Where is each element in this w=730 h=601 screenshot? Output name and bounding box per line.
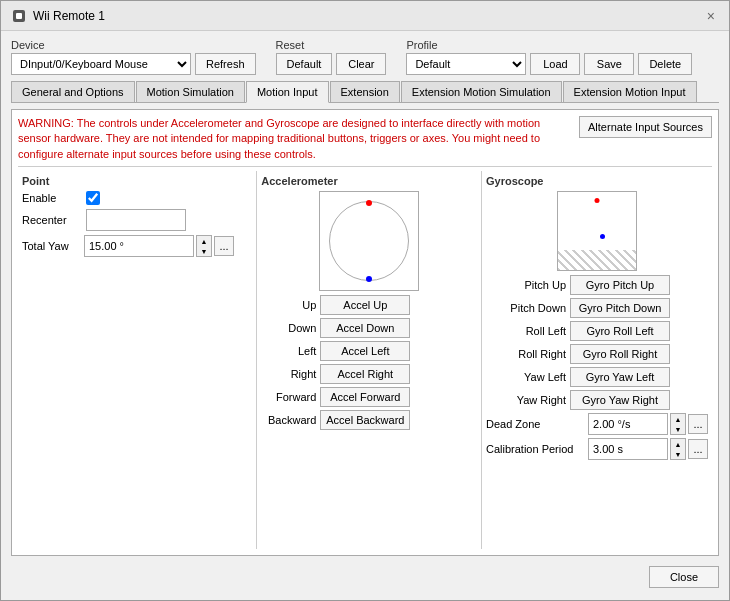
tab-ext-motion-sim[interactable]: Extension Motion Simulation [401, 81, 562, 102]
gyro-dot-blue [600, 234, 605, 239]
accel-dot-blue [366, 276, 372, 282]
gyro-yaw-left-button[interactable]: Gyro Yaw Left [570, 367, 670, 387]
gyro-label-yaw-right: Yaw Right [486, 394, 566, 406]
dead-zone-ellipsis[interactable]: ... [688, 414, 708, 434]
gyro-roll-right-button[interactable]: Gyro Roll Right [570, 344, 670, 364]
accel-backward-button[interactable]: Accel Backward [320, 410, 410, 430]
total-yaw-spinner: ▲ ▼ [196, 235, 212, 257]
recenter-row: Recenter [22, 209, 252, 231]
gyro-label-yaw-left: Yaw Left [486, 371, 566, 383]
calibration-up[interactable]: ▲ [671, 439, 685, 449]
accel-row-right: Right Accel Right [261, 364, 477, 384]
gyro-row-yaw-right: Yaw Right Gyro Yaw Right [486, 390, 708, 410]
accel-row-forward: Forward Accel Forward [261, 387, 477, 407]
tab-ext-motion-input[interactable]: Extension Motion Input [563, 81, 697, 102]
gyro-title: Gyroscope [486, 175, 708, 187]
refresh-button[interactable]: Refresh [195, 53, 256, 75]
warning-text: WARNING: The controls under Acceleromete… [18, 116, 569, 162]
calibration-ellipsis[interactable]: ... [688, 439, 708, 459]
accel-label-up: Up [261, 299, 316, 311]
recenter-input[interactable] [86, 209, 186, 231]
accel-label-down: Down [261, 322, 316, 334]
dead-zone-label: Dead Zone [486, 418, 586, 430]
separator [18, 166, 712, 167]
tab-bar: General and Options Motion Simulation Mo… [11, 81, 719, 103]
gyro-roll-left-button[interactable]: Gyro Roll Left [570, 321, 670, 341]
tab-motion-input[interactable]: Motion Input [246, 81, 329, 103]
load-button[interactable]: Load [530, 53, 580, 75]
three-col-layout: Point Enable Recenter Total Yaw ▲ [18, 171, 712, 549]
accel-circle [329, 201, 409, 281]
content-area: Device DInput/0/Keyboard Mouse Refresh R… [1, 31, 729, 600]
dead-zone-down[interactable]: ▼ [671, 424, 685, 434]
window-title: Wii Remote 1 [33, 9, 105, 23]
accel-up-button[interactable]: Accel Up [320, 295, 410, 315]
close-button[interactable]: Close [649, 566, 719, 588]
default-button[interactable]: Default [276, 53, 333, 75]
device-select[interactable]: DInput/0/Keyboard Mouse [11, 53, 191, 75]
alt-sources-button[interactable]: Alternate Input Sources [579, 116, 712, 138]
device-group: Device DInput/0/Keyboard Mouse Refresh [11, 39, 256, 75]
save-button[interactable]: Save [584, 53, 634, 75]
gyro-pitch-up-button[interactable]: Gyro Pitch Up [570, 275, 670, 295]
enable-checkbox[interactable] [86, 191, 100, 205]
clear-button[interactable]: Clear [336, 53, 386, 75]
wii-icon [11, 8, 27, 24]
gyro-label-roll-left: Roll Left [486, 325, 566, 337]
accel-circle-display [319, 191, 419, 291]
total-yaw-ellipsis[interactable]: ... [214, 236, 234, 256]
point-title: Point [22, 175, 252, 187]
gyro-column: Gyroscope Pitch Up Gyro Pitch Up Pitch D… [482, 171, 712, 549]
gyro-row-pitch-up: Pitch Up Gyro Pitch Up [486, 275, 708, 295]
gyro-dot-red [595, 198, 600, 203]
calibration-down[interactable]: ▼ [671, 449, 685, 459]
gyro-yaw-right-button[interactable]: Gyro Yaw Right [570, 390, 670, 410]
device-label: Device [11, 39, 256, 51]
svg-rect-1 [16, 13, 22, 19]
profile-select[interactable]: Default [406, 53, 526, 75]
main-area: WARNING: The controls under Acceleromete… [11, 109, 719, 556]
recenter-label: Recenter [22, 214, 82, 226]
accel-forward-button[interactable]: Accel Forward [320, 387, 410, 407]
total-yaw-input[interactable] [84, 235, 194, 257]
dead-zone-spinner: ▲ ▼ [670, 413, 686, 435]
enable-label: Enable [22, 192, 82, 204]
dead-zone-row: Dead Zone ▲ ▼ ... [486, 413, 708, 435]
tab-general[interactable]: General and Options [11, 81, 135, 102]
total-yaw-label: Total Yaw [22, 240, 82, 252]
accel-down-button[interactable]: Accel Down [320, 318, 410, 338]
dead-zone-up[interactable]: ▲ [671, 414, 685, 424]
total-yaw-row: Total Yaw ▲ ▼ ... [22, 235, 252, 257]
calibration-label: Calibration Period [486, 443, 586, 455]
gyro-label-roll-right: Roll Right [486, 348, 566, 360]
calibration-input[interactable] [588, 438, 668, 460]
title-bar: Wii Remote 1 × [1, 1, 729, 31]
tab-extension[interactable]: Extension [330, 81, 400, 102]
total-yaw-up[interactable]: ▲ [197, 236, 211, 246]
gyro-hatch [558, 250, 636, 270]
enable-row: Enable [22, 191, 252, 205]
gyro-pitch-down-button[interactable]: Gyro Pitch Down [570, 298, 670, 318]
footer: Close [11, 562, 719, 592]
accel-row-down: Down Accel Down [261, 318, 477, 338]
window: Wii Remote 1 × Device DInput/0/Keyboard … [0, 0, 730, 601]
accel-left-button[interactable]: Accel Left [320, 341, 410, 361]
close-icon[interactable]: × [703, 8, 719, 24]
gyro-row-roll-left: Roll Left Gyro Roll Left [486, 321, 708, 341]
accel-right-button[interactable]: Accel Right [320, 364, 410, 384]
accel-row-up: Up Accel Up [261, 295, 477, 315]
total-yaw-down[interactable]: ▼ [197, 246, 211, 256]
accel-label-right: Right [261, 368, 316, 380]
delete-button[interactable]: Delete [638, 53, 692, 75]
accel-row-backward: Backward Accel Backward [261, 410, 477, 430]
accel-column: Accelerometer Up Accel Up Down Accel [257, 171, 482, 549]
warning-row: WARNING: The controls under Acceleromete… [18, 116, 712, 162]
reset-label: Reset [276, 39, 387, 51]
calibration-spinner: ▲ ▼ [670, 438, 686, 460]
tab-motion-sim[interactable]: Motion Simulation [136, 81, 245, 102]
gyro-display [557, 191, 637, 271]
profile-label: Profile [406, 39, 692, 51]
dead-zone-input[interactable] [588, 413, 668, 435]
profile-group: Profile Default Load Save Delete [406, 39, 692, 75]
gyro-row-pitch-down: Pitch Down Gyro Pitch Down [486, 298, 708, 318]
